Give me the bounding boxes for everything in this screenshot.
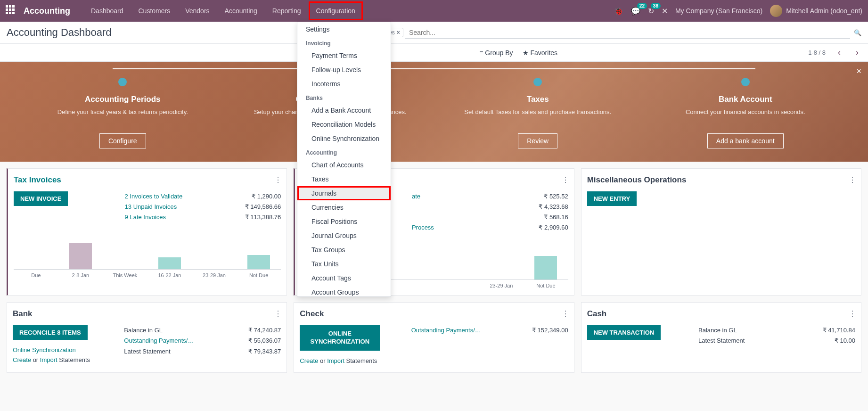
online-sync-link[interactable]: Online Synchronization xyxy=(13,346,115,353)
new-entry-button[interactable]: NEW ENTRY xyxy=(587,191,637,206)
nav-customers[interactable]: Customers xyxy=(131,1,178,20)
onb-step-taxes: Taxes Set default Taxes for sales and pu… xyxy=(434,76,642,148)
search-chip-remove-icon[interactable]: × xyxy=(397,29,400,36)
messages-icon[interactable]: 💬22 xyxy=(631,7,640,16)
add-bank-button[interactable]: Add a bank account xyxy=(707,133,784,148)
dd-recon-models[interactable]: Reconciliation Models xyxy=(297,117,391,132)
nav-links: Dashboard Customers Vendors Accounting R… xyxy=(83,1,363,20)
value: ₹ 55,036.07 xyxy=(248,336,281,346)
pager-text: 1-8 / 8 xyxy=(808,49,826,56)
kebab-icon[interactable]: ⋮ xyxy=(562,175,569,184)
link[interactable]: ate xyxy=(412,191,420,202)
dd-currencies[interactable]: Currencies xyxy=(297,200,391,214)
review-button[interactable]: Review xyxy=(518,133,557,148)
search-icon[interactable]: 🔍 xyxy=(854,29,861,36)
dd-coa[interactable]: Chart of Accounts xyxy=(297,158,391,172)
kebab-icon[interactable]: ⋮ xyxy=(849,175,856,184)
dd-payment-terms[interactable]: Payment Terms xyxy=(297,49,391,63)
pager-next-icon[interactable]: › xyxy=(853,48,861,58)
dd-fiscal-positions[interactable]: Fiscal Positions xyxy=(297,214,391,229)
card-title[interactable]: Check xyxy=(300,309,568,319)
import-link[interactable]: Import xyxy=(40,356,57,363)
link-outstanding[interactable]: Outstanding Payments/… xyxy=(411,325,481,336)
onb-step-periods: Accounting Periods Define your fiscal ye… xyxy=(19,76,227,148)
card-title[interactable]: Cash xyxy=(587,309,855,319)
kebab-icon[interactable]: ⋮ xyxy=(562,309,569,318)
group-by-button[interactable]: ≡ Group By xyxy=(479,49,513,57)
create-link[interactable]: Create xyxy=(300,357,318,364)
kebab-icon[interactable]: ⋮ xyxy=(274,175,282,184)
label: Latest Statement xyxy=(698,336,745,346)
onb-title: Taxes xyxy=(434,95,642,104)
value: ₹ 525.52 xyxy=(544,191,568,202)
dd-h-accounting: Accounting xyxy=(297,146,391,158)
value: ₹ 10.00 xyxy=(835,336,855,346)
card-tax-invoices: ⋮ Tax Invoices NEW INVOICE 2 Invoices to… xyxy=(7,168,287,296)
close-icon[interactable]: × xyxy=(856,66,861,76)
step-dot-icon xyxy=(118,78,127,86)
onb-title: Bank Account xyxy=(642,95,850,104)
dd-account-tags[interactable]: Account Tags xyxy=(297,271,391,285)
value: ₹ 568.16 xyxy=(544,212,568,222)
dd-online-sync[interactable]: Online Synchronization xyxy=(297,132,391,146)
new-invoice-button[interactable]: NEW INVOICE xyxy=(14,191,68,206)
dd-add-bank[interactable]: Add a Bank Account xyxy=(297,103,391,117)
nav-accounting[interactable]: Accounting xyxy=(217,1,265,20)
value: ₹ 1,290.00 xyxy=(252,191,281,202)
card-title[interactable]: Bank xyxy=(13,309,281,319)
apps-icon[interactable] xyxy=(6,5,17,16)
import-link[interactable]: Import xyxy=(327,357,344,364)
favorites-button[interactable]: ★ Favorites xyxy=(523,49,558,57)
dd-incoterms[interactable]: Incoterms xyxy=(297,77,391,91)
dd-taxes[interactable]: Taxes xyxy=(297,172,391,186)
pager-prev-icon[interactable]: ‹ xyxy=(835,48,843,58)
value: ₹ 4,323.68 xyxy=(539,202,568,212)
link-late[interactable]: 9 Late Invoices xyxy=(125,212,166,222)
kebab-icon[interactable]: ⋮ xyxy=(274,309,282,318)
onb-desc: Define your fiscal years & tax returns p… xyxy=(19,108,227,126)
link-outstanding[interactable]: Outstanding Payments/… xyxy=(124,336,194,346)
label: Latest Statement xyxy=(124,346,170,357)
link-process[interactable]: Process xyxy=(412,222,434,233)
onb-desc: Connect your financial accounts in secon… xyxy=(642,108,850,126)
dd-tax-units[interactable]: Tax Units xyxy=(297,257,391,271)
nav-configuration[interactable]: Configuration xyxy=(309,1,363,20)
onb-step-bank: Bank Account Connect your financial acco… xyxy=(642,76,850,148)
nav-dashboard[interactable]: Dashboard xyxy=(83,1,131,20)
online-sync-button[interactable]: ONLINE SYNCHRONIZATION xyxy=(300,325,380,351)
top-navbar: Accounting Dashboard Customers Vendors A… xyxy=(0,0,868,22)
dd-tax-groups[interactable]: Tax Groups xyxy=(297,243,391,257)
dd-journals[interactable]: Journals xyxy=(297,186,391,200)
configure-button[interactable]: Configure xyxy=(99,133,146,148)
card-title[interactable]: Miscellaneous Operations xyxy=(587,175,855,185)
dd-followup[interactable]: Follow-up Levels xyxy=(297,63,391,77)
company-selector[interactable]: My Company (San Francisco) xyxy=(675,7,762,15)
user-menu[interactable]: Mitchell Admin (odoo_ent) xyxy=(770,5,862,17)
value: ₹ 149,586.66 xyxy=(245,202,281,212)
dashboard-cards: ⋮ Tax Invoices NEW INVOICE 2 Invoices to… xyxy=(0,162,868,379)
user-label: Mitchell Admin (odoo_ent) xyxy=(786,7,862,15)
debug-icon[interactable]: 🐞 xyxy=(614,7,623,16)
nav-vendors[interactable]: Vendors xyxy=(178,1,217,20)
dd-h-banks: Banks xyxy=(297,91,391,103)
dd-journal-groups[interactable]: Journal Groups xyxy=(297,229,391,243)
link-unpaid[interactable]: 13 Unpaid Invoices xyxy=(125,202,177,212)
dd-account-groups[interactable]: Account Groups xyxy=(297,285,391,297)
card-title[interactable]: Tax Invoices xyxy=(14,175,281,185)
subheader: Accounting Dashboard ites × 🔍 xyxy=(0,22,868,44)
search-area: ites × 🔍 xyxy=(383,27,861,39)
search-input[interactable] xyxy=(405,27,850,39)
activities-icon[interactable]: ↻38 xyxy=(648,7,654,16)
dd-settings[interactable]: Settings xyxy=(297,22,391,36)
card-cash: ⋮ Cash NEW TRANSACTION Balance in GL₹ 41… xyxy=(581,302,861,373)
nav-reporting[interactable]: Reporting xyxy=(265,1,309,20)
link-invoices-validate[interactable]: 2 Invoices to Validate xyxy=(125,191,183,202)
tools-icon[interactable]: ✕ xyxy=(662,7,668,16)
reconcile-button[interactable]: RECONCILE 8 ITEMS xyxy=(13,325,88,340)
new-transaction-button[interactable]: NEW TRANSACTION xyxy=(587,325,661,340)
create-link[interactable]: Create xyxy=(13,356,31,363)
statements-actions: Create or Import Statements xyxy=(13,356,115,363)
kebab-icon[interactable]: ⋮ xyxy=(849,309,856,318)
dd-h-invoicing: Invoicing xyxy=(297,36,391,49)
toolbar: ≡ Group By ★ Favorites 1-8 / 8 ‹ › xyxy=(0,44,868,62)
